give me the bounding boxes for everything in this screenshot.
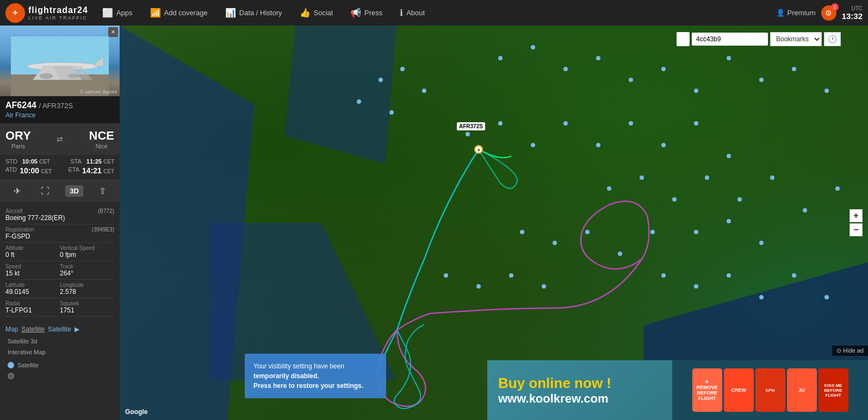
svg-point-35 <box>672 197 677 202</box>
ad-banner[interactable]: Buy online now ! www.koolkrew.com ✈REMOV… <box>487 360 868 420</box>
svg-point-37 <box>737 197 742 202</box>
map-radio-sat[interactable]: Satellite <box>8 360 114 371</box>
map-area[interactable]: ✈ AFR372S ▲ Bookmarks 🕐 + − <box>120 26 868 420</box>
svg-point-24 <box>466 132 470 136</box>
fullscreen-button[interactable]: ⛶ <box>36 184 54 198</box>
svg-point-16 <box>596 56 600 60</box>
svg-point-9 <box>400 67 405 71</box>
dest-airport: NCE Nice <box>89 129 114 149</box>
map-search-bar: ▲ Bookmarks 🕐 <box>677 32 841 46</box>
map-nav-btn[interactable]: ▲ <box>677 32 690 46</box>
origin-iata: ORY <box>5 129 31 143</box>
map-radio-map[interactable] <box>8 373 114 379</box>
svg-point-56 <box>694 230 698 234</box>
squawk-value: 1751 <box>60 306 114 314</box>
lon-value: 2.578 <box>60 288 114 296</box>
svg-point-19 <box>694 89 698 93</box>
nav-item-social[interactable]: 👍 Social <box>291 0 342 26</box>
apps-icon: ⬜ <box>102 8 113 18</box>
follow-button[interactable]: ✈ <box>9 184 25 198</box>
visibility-notice[interactable]: Your visibility setting have been tempor… <box>245 354 386 398</box>
vspeed-label: Vertical Speed <box>60 245 114 251</box>
premium-label: Premium <box>788 9 816 17</box>
photo-credit: © samuel dupont <box>80 89 117 95</box>
logo-subtitle: LIVE AIR TRAFFIC <box>28 15 88 21</box>
hide-ad-button[interactable]: ⊙ Hide ad <box>832 346 868 356</box>
tag-3: CPH <box>755 368 785 412</box>
nav-item-add-coverage[interactable]: 📶 Add coverage <box>141 0 216 26</box>
svg-point-54 <box>792 273 796 278</box>
nav-item-press[interactable]: 📢 Press <box>342 0 391 26</box>
google-attribution: Google <box>125 408 147 416</box>
top-navigation: ✈ flightradar24 LIVE AIR TRAFFIC ⬜ Apps … <box>0 0 868 26</box>
map-sub-3: Satellite <box>17 360 39 371</box>
svg-point-38 <box>770 175 774 180</box>
eta-value: 14:21 CET <box>82 166 114 175</box>
details-section: Aircraft Boeing 777-228(ER) (B772) Regis… <box>0 202 120 321</box>
nav-item-apps[interactable]: ⬜ Apps <box>94 0 141 26</box>
ad-title: Buy online now ! <box>498 375 661 392</box>
flight-map-label[interactable]: AFR372S <box>457 122 485 130</box>
svg-text:✈: ✈ <box>477 148 481 153</box>
squawk-label: Squawk <box>60 300 114 306</box>
add-coverage-icon: 📶 <box>150 8 161 18</box>
map-sub-1[interactable]: Satellite 3d <box>8 336 114 347</box>
map-type-satellite[interactable]: Satellite <box>21 325 45 333</box>
vspeed-value: 0 fpm <box>60 251 114 259</box>
registration-row: Registration F-GSPD (3949E3) <box>5 224 114 243</box>
tag-5: KISS MEBEFOREFLIGHT <box>819 368 848 412</box>
settings-button[interactable]: ⚙ 2 <box>821 5 836 21</box>
zoom-out-button[interactable]: − <box>850 223 863 236</box>
lat-value: 49.0145 <box>5 288 60 296</box>
route-section: ORY Paris ⇄ NCE Nice <box>0 123 120 155</box>
altitude-row: Altitude 0 ft Vertical Speed 0 fpm <box>5 243 114 261</box>
altitude-value: 0 ft <box>5 251 60 259</box>
zoom-in-button[interactable]: + <box>850 209 863 222</box>
bookmarks-select[interactable]: Bookmarks <box>770 32 822 46</box>
map-sub-2[interactable]: Interative Map <box>8 347 114 358</box>
settings-badge: 2 <box>831 3 839 11</box>
svg-point-13 <box>498 56 503 60</box>
tag-2: CREW <box>724 368 754 412</box>
ad-image: ✈REMOVEBEFOREFLIGHT CREW CPH JU KISS MEB… <box>672 360 868 420</box>
svg-point-31 <box>694 121 698 126</box>
svg-point-27 <box>563 121 568 126</box>
svg-point-12 <box>389 110 394 115</box>
flight-id: AF6244 <box>5 101 36 110</box>
svg-point-48 <box>509 273 513 278</box>
nav-items: ⬜ Apps 📶 Add coverage 📊 Data / History 👍… <box>94 0 433 26</box>
share-button[interactable]: ⇪ <box>95 184 110 198</box>
radar-label: Radar <box>5 300 60 306</box>
std-label: STD <box>5 158 17 165</box>
aircraft-label: Aircraft <box>5 208 98 214</box>
settings-icon: ⚙ <box>825 9 832 17</box>
map-type-map[interactable]: Map <box>5 325 18 333</box>
map-canvas: ✈ AFR372S ▲ Bookmarks 🕐 + − <box>120 26 868 420</box>
svg-point-33 <box>607 186 611 191</box>
site-logo[interactable]: ✈ flightradar24 LIVE AIR TRAFFIC <box>5 3 88 23</box>
map-search-input[interactable] <box>692 33 768 46</box>
nav-item-data-history[interactable]: 📊 Data / History <box>216 0 291 26</box>
svg-point-36 <box>705 175 709 180</box>
svg-point-14 <box>531 45 535 49</box>
svg-point-34 <box>640 175 644 180</box>
tag-4: JU <box>787 368 817 412</box>
main-layout: © samuel dupont × AF6244 / AFR372S Air F… <box>0 26 868 420</box>
history-clock-button[interactable]: 🕐 <box>824 32 841 46</box>
svg-point-52 <box>727 273 731 278</box>
clock-display: 13:32 <box>842 11 863 21</box>
water-north-sea <box>284 26 396 164</box>
about-label: About <box>406 9 425 17</box>
map-type-satellite2[interactable]: Satellite <box>48 325 71 333</box>
nav-item-about[interactable]: ℹ About <box>391 0 433 26</box>
svg-point-49 <box>542 284 546 289</box>
flight-header: AF6244 / AFR372S Air France <box>0 96 120 123</box>
svg-point-42 <box>553 241 557 245</box>
3d-button[interactable]: 3D <box>65 185 83 197</box>
shuffle-icon: ⇄ <box>57 135 63 143</box>
about-icon: ℹ <box>400 8 403 18</box>
close-sidebar-button[interactable]: × <box>108 27 118 37</box>
airline-name: Air France <box>5 111 114 119</box>
premium-button[interactable]: 👤 Premium <box>776 9 816 17</box>
svg-point-17 <box>629 78 633 82</box>
